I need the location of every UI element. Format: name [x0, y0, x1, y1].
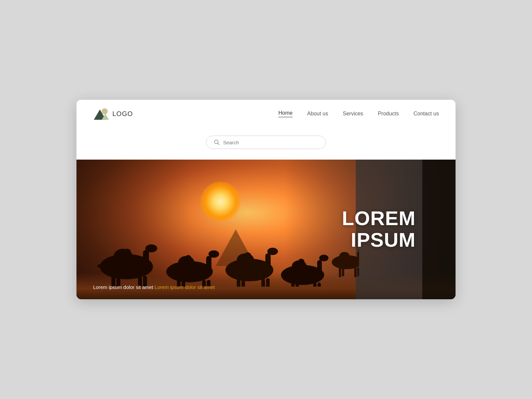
svg-rect-41: [318, 283, 321, 287]
svg-rect-28: [265, 253, 271, 271]
svg-rect-30: [261, 278, 265, 287]
nav-item-services[interactable]: Services: [343, 111, 363, 117]
nav-item-products[interactable]: Products: [378, 111, 399, 117]
svg-point-34: [244, 252, 251, 260]
nav-item-about[interactable]: About us: [307, 111, 328, 117]
svg-point-24: [185, 255, 192, 262]
main-nav: Home About us Services Products Contact …: [278, 110, 439, 117]
svg-rect-15: [123, 256, 131, 266]
svg-rect-43: [296, 282, 299, 287]
svg-rect-35: [244, 259, 251, 268]
svg-point-19: [208, 250, 219, 258]
dark-strip: [422, 160, 456, 299]
svg-rect-51: [357, 268, 359, 277]
search-icon: [214, 139, 220, 145]
browser-window: LOGO Home About us Services Products Con…: [76, 100, 456, 299]
search-input[interactable]: [223, 140, 318, 145]
header: LOGO Home About us Services Products Con…: [76, 100, 456, 126]
svg-rect-53: [342, 267, 344, 276]
nav-item-home[interactable]: Home: [278, 110, 293, 117]
caption-highlight: Lorem ipsum dolor sit amet: [155, 284, 215, 290]
svg-rect-38: [317, 260, 322, 276]
hero-caption: Lorem ipsum dolor sit amet Lorem ipsum d…: [93, 284, 215, 290]
svg-point-8: [145, 244, 157, 252]
caption-plain: Lorem ipsum dolor sit amet: [93, 284, 153, 290]
search-bar: [206, 136, 326, 149]
svg-point-29: [267, 248, 278, 255]
hero-title-line2: IPSUM: [342, 229, 416, 251]
hero-title-line1: LOREM: [342, 208, 416, 229]
svg-point-13: [97, 264, 105, 268]
svg-rect-52: [339, 268, 341, 277]
hero-title: LOREM IPSUM: [342, 208, 416, 251]
hero-section: LOREM IPSUM Lorem ipsum dolor sit amet L…: [76, 160, 456, 299]
svg-rect-7: [143, 250, 149, 268]
svg-rect-18: [206, 256, 211, 273]
hero-text-block: LOREM IPSUM: [342, 208, 416, 251]
svg-line-4: [218, 143, 219, 145]
svg-rect-48: [357, 252, 359, 263]
camels-silhouette: [86, 187, 359, 287]
svg-point-47: [339, 252, 350, 260]
svg-point-14: [123, 249, 131, 257]
logo-area: LOGO: [93, 107, 133, 120]
svg-rect-25: [185, 261, 192, 270]
svg-rect-45: [298, 264, 304, 272]
nav-item-contact[interactable]: Contact us: [414, 111, 439, 117]
svg-rect-32: [237, 278, 240, 287]
svg-point-39: [319, 255, 329, 261]
svg-rect-50: [354, 268, 356, 277]
svg-rect-40: [313, 283, 317, 287]
svg-rect-42: [291, 283, 295, 287]
logo-text: LOGO: [112, 110, 133, 118]
svg-point-2: [102, 108, 108, 114]
svg-rect-33: [241, 277, 245, 287]
logo-icon: [93, 107, 109, 120]
search-section: [76, 126, 456, 160]
svg-rect-31: [266, 278, 270, 287]
